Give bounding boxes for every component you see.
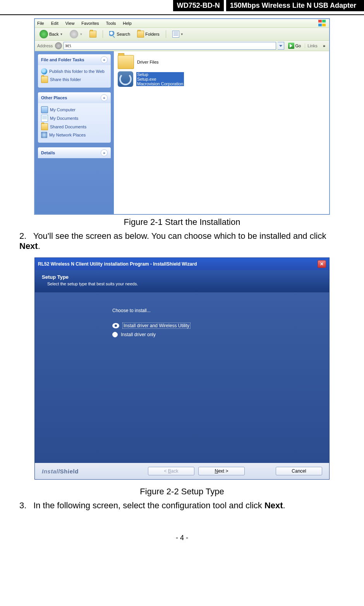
back-button[interactable]: Back ▼ bbox=[37, 29, 65, 39]
folder-icon bbox=[118, 55, 134, 69]
tasks-title: File and Folder Tasks bbox=[41, 57, 84, 62]
sidebar: File and Folder Tasks « Publish this fol… bbox=[35, 51, 114, 214]
radio-label: Install driver and Wireless Utility bbox=[122, 323, 191, 329]
task-label: Share this folder bbox=[50, 77, 81, 82]
windows-logo-icon bbox=[318, 20, 327, 27]
toolbar-separator bbox=[103, 30, 103, 38]
go-button[interactable]: Go bbox=[286, 43, 304, 49]
search-button[interactable]: Search bbox=[107, 30, 132, 38]
details-title: Details bbox=[41, 150, 55, 155]
place-network[interactable]: My Network Places bbox=[41, 131, 108, 139]
header-model: WD752-BD-N bbox=[173, 0, 224, 11]
menu-tools[interactable]: Tools bbox=[106, 21, 116, 26]
go-label: Go bbox=[295, 43, 301, 48]
globe-icon bbox=[41, 68, 47, 74]
forward-icon bbox=[70, 30, 78, 38]
chevron-icon[interactable]: » bbox=[321, 43, 327, 48]
toolbar-separator bbox=[166, 30, 166, 38]
places-header[interactable]: Other Places « bbox=[38, 92, 111, 103]
details-panel: Details » bbox=[38, 147, 111, 158]
task-share[interactable]: Share this folder bbox=[41, 75, 108, 84]
menu-edit[interactable]: Edit bbox=[51, 21, 58, 26]
place-label: My Network Places bbox=[49, 133, 86, 137]
header-rule bbox=[0, 14, 364, 15]
explorer-window: File Edit View Favorites Tools Help Back… bbox=[34, 18, 330, 215]
wizard-footer: InstallShield < Back Next > Cancel bbox=[35, 463, 329, 479]
details-header[interactable]: Details » bbox=[38, 147, 111, 158]
computer-icon bbox=[41, 106, 48, 113]
place-mycomputer[interactable]: My Computer bbox=[41, 105, 108, 114]
place-label: My Documents bbox=[50, 116, 78, 121]
address-dropdown[interactable] bbox=[278, 42, 284, 50]
views-icon bbox=[172, 31, 179, 38]
cancel-button[interactable]: Cancel bbox=[276, 467, 322, 475]
figure1-caption: Figure 2-1 Start the Installation bbox=[19, 217, 345, 227]
menu-help[interactable]: Help bbox=[123, 21, 132, 26]
folders-button[interactable]: Folders bbox=[135, 30, 162, 38]
folders-icon bbox=[137, 31, 144, 38]
folder-item[interactable]: Driver Files bbox=[118, 55, 325, 69]
search-icon bbox=[109, 31, 115, 37]
header-title: 150Mbps Wireless Lite N USB Adapter bbox=[226, 0, 364, 11]
address-label: Address bbox=[37, 43, 53, 48]
folders-label: Folders bbox=[145, 32, 160, 36]
folder-up-icon bbox=[89, 31, 96, 38]
folder-icon bbox=[41, 76, 48, 83]
task-label: Publish this folder to the Web bbox=[49, 69, 105, 74]
toolbar: Back ▼ ▼ Search Folders ▼ bbox=[35, 28, 329, 41]
address-bar: Address Go Links » bbox=[35, 41, 329, 51]
setup-item-selected[interactable]: Setup Setup.exe Macrovision Corporation bbox=[118, 71, 325, 87]
page-number: - 4 - bbox=[19, 534, 345, 542]
up-button[interactable] bbox=[87, 30, 99, 38]
places-title: Other Places bbox=[41, 95, 67, 100]
go-icon bbox=[288, 43, 294, 49]
views-button[interactable]: ▼ bbox=[170, 30, 186, 38]
back-label: Back bbox=[49, 32, 58, 36]
forward-button[interactable]: ▼ bbox=[67, 29, 85, 39]
wizard-body: Choose to install... Install driver and … bbox=[35, 292, 329, 463]
place-label: My Computer bbox=[50, 107, 76, 112]
choose-label: Choose to install... bbox=[112, 308, 329, 313]
address-input[interactable] bbox=[64, 42, 276, 50]
menu-view[interactable]: View bbox=[65, 21, 75, 26]
wizard-heading: Setup Type bbox=[42, 274, 322, 280]
chevron-down-icon bbox=[279, 45, 282, 47]
places-panel: Other Places « My Computer My Documents … bbox=[38, 92, 111, 143]
expand-icon: » bbox=[101, 149, 108, 156]
network-icon bbox=[41, 132, 47, 138]
wizard-header: Setup Type Select the setup type that be… bbox=[35, 270, 329, 292]
menu-favorites[interactable]: Favorites bbox=[81, 21, 99, 26]
figure2-caption: Figure 2-2 Setup Type bbox=[19, 487, 345, 497]
search-label: Search bbox=[117, 32, 130, 36]
radio-icon bbox=[112, 323, 119, 328]
radio-icon bbox=[112, 332, 118, 337]
collapse-icon: « bbox=[101, 94, 108, 101]
back-icon bbox=[39, 30, 48, 38]
step-2: 2. You'll see the screen as below. You c… bbox=[19, 231, 345, 251]
document-icon bbox=[41, 115, 48, 122]
wizard-subheading: Select the setup type that best suits yo… bbox=[42, 280, 322, 286]
folder-icon bbox=[41, 123, 48, 130]
menu-file[interactable]: File bbox=[37, 21, 44, 26]
next-button[interactable]: Next > bbox=[198, 467, 245, 475]
setup-icon bbox=[118, 71, 133, 87]
radio-option-2[interactable]: Install driver only bbox=[112, 332, 329, 337]
collapse-icon: « bbox=[101, 56, 108, 63]
step-3: 3. In the following screen, select the c… bbox=[19, 501, 345, 511]
radio-option-1[interactable]: Install driver and Wireless Utility bbox=[112, 323, 329, 329]
place-shared[interactable]: Shared Documents bbox=[41, 123, 108, 131]
file-list: Driver Files Setup Setup.exe Macrovision… bbox=[114, 51, 329, 214]
place-mydocs[interactable]: My Documents bbox=[41, 114, 108, 123]
close-button[interactable]: ✕ bbox=[318, 260, 326, 268]
installshield-brand: InstallShield bbox=[42, 468, 79, 475]
task-publish[interactable]: Publish this folder to the Web bbox=[41, 67, 108, 75]
tasks-header[interactable]: File and Folder Tasks « bbox=[38, 54, 111, 65]
links-label[interactable]: Links bbox=[305, 43, 320, 48]
back-button: < Back bbox=[148, 467, 194, 475]
close-icon: ✕ bbox=[320, 261, 324, 267]
folder-name: Driver Files bbox=[137, 60, 159, 64]
menu-bar: File Edit View Favorites Tools Help bbox=[35, 19, 329, 28]
drive-icon bbox=[55, 42, 62, 49]
wizard-title: RL52 Wireless N Client Utility installat… bbox=[38, 261, 197, 267]
place-label: Shared Documents bbox=[50, 124, 86, 129]
